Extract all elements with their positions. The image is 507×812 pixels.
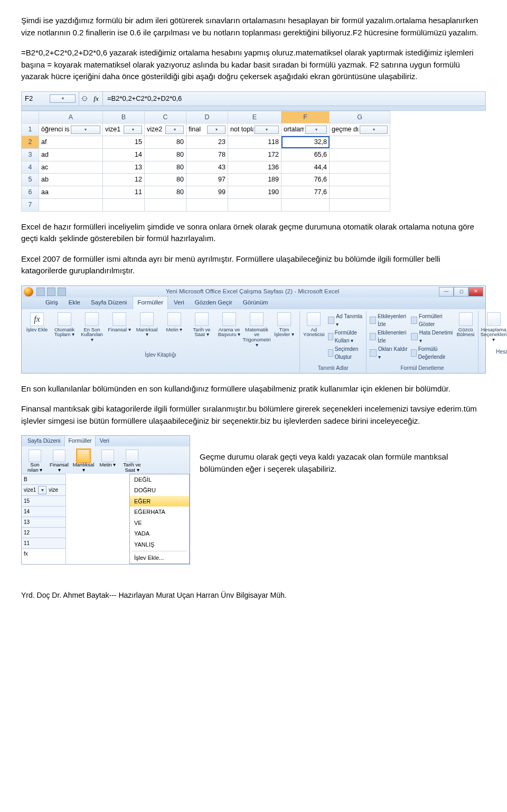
cell[interactable]: 99 [186, 186, 228, 199]
cell[interactable]: 23 [186, 136, 228, 149]
ribbon-button[interactable]: En Son Kullanılan ▾ [80, 312, 104, 348]
name-box-dropdown-icon[interactable]: ▾ [50, 94, 76, 103]
ribbon-small-button[interactable]: Okları Kaldır ▾ [370, 345, 407, 361]
row-header[interactable]: 2 [22, 136, 39, 149]
cell[interactable]: 80 [145, 174, 186, 186]
cell[interactable] [228, 198, 281, 211]
cell[interactable]: 118 [228, 136, 281, 149]
row-header[interactable]: 7 [22, 198, 39, 211]
dropdown-item[interactable]: YANLIŞ [130, 539, 189, 550]
ribbon-button[interactable]: Otomatik Toplam ▾ [52, 312, 77, 348]
select-all-corner[interactable] [22, 111, 39, 123]
cell[interactable]: 15 [103, 136, 145, 149]
cell[interactable]: 12 [103, 174, 145, 186]
header-cell[interactable]: final▾ [186, 123, 228, 136]
cell[interactable]: 78 [186, 148, 228, 161]
cell[interactable] [330, 161, 390, 174]
ribbon-small-button[interactable]: Ad Tanımla ▾ [328, 312, 363, 328]
column-header[interactable]: B [103, 111, 145, 123]
cell[interactable] [39, 198, 103, 211]
column-header[interactable]: C [145, 111, 186, 123]
row-header[interactable]: 1 [22, 123, 39, 136]
header-cell[interactable]: ortalama▾ [281, 123, 330, 136]
calculation-options-button[interactable]: Hesaplama Seçenekleri ▾ [482, 312, 506, 345]
ribbon-tab[interactable]: Görünüm [238, 296, 273, 309]
row-header[interactable]: 4 [22, 161, 39, 174]
header-cell[interactable]: öğrenci ismi▾ [39, 123, 103, 136]
menu-category-button[interactable]: Mantıksal ▾ [73, 450, 93, 473]
cell[interactable]: 136 [228, 161, 281, 174]
header-cell[interactable]: not toplam▾ [228, 123, 281, 136]
filter-dropdown-icon[interactable]: ▾ [305, 126, 327, 134]
ribbon-tab[interactable]: Formüller [133, 296, 168, 309]
name-manager-button[interactable]: Ad Yöneticisi [303, 312, 325, 361]
cell[interactable]: 44,4 [281, 161, 330, 174]
filter-dropdown-icon[interactable]: ▾ [38, 486, 46, 494]
filter-dropdown-icon[interactable]: ▾ [360, 126, 388, 134]
ribbon-button[interactable]: fxİşlev Ekle [25, 312, 49, 348]
cell[interactable]: 32,8 [281, 136, 330, 149]
menu-tab[interactable]: Sayfa Düzeni [24, 435, 64, 446]
cell[interactable] [103, 198, 145, 211]
cell[interactable] [281, 198, 330, 211]
spreadsheet-grid[interactable]: ABCDEFG1öğrenci ismi▾vize1▾vize2▾final▾n… [21, 111, 390, 212]
ribbon-button[interactable]: Metin ▾ [162, 312, 186, 348]
formula-bar-value[interactable]: =B2*0,2+C2*0,2+D2*0,6 [103, 93, 485, 104]
column-header[interactable]: E [228, 111, 281, 123]
dropdown-item[interactable]: VE [130, 518, 189, 529]
ribbon-tab[interactable]: Ekle [64, 296, 85, 309]
column-header[interactable]: D [186, 111, 228, 123]
cell[interactable]: af [39, 136, 103, 149]
ribbon-small-button[interactable]: Formülde Kullan ▾ [328, 329, 363, 345]
cell[interactable]: 189 [228, 174, 281, 186]
column-header[interactable]: F [281, 111, 330, 123]
row-header[interactable]: 5 [22, 174, 39, 186]
column-header[interactable]: A [39, 111, 103, 123]
cell[interactable] [330, 198, 390, 211]
cell[interactable]: 11 [103, 186, 145, 199]
maximize-button[interactable]: ◻ [454, 287, 468, 297]
ribbon-small-button[interactable]: Seçimden Oluştur [328, 345, 363, 361]
cell[interactable]: 43 [186, 161, 228, 174]
fx-icon[interactable]: fx [90, 92, 103, 106]
cell[interactable]: 13 [103, 161, 145, 174]
ribbon-tab[interactable]: Gözden Geçir [190, 296, 237, 309]
logical-dropdown-menu[interactable]: DEĞİLDOĞRUEĞEREĞERHATAVEYADAYANLIŞİşlev … [129, 474, 190, 564]
qat-icon[interactable] [47, 288, 55, 296]
ribbon-tab[interactable]: Giriş [41, 296, 63, 309]
cell[interactable]: 97 [186, 174, 228, 186]
name-box[interactable]: F2 ▾ [22, 92, 79, 106]
cell[interactable]: 190 [228, 186, 281, 199]
office-orb-icon[interactable] [24, 287, 33, 297]
cell[interactable]: ac [39, 161, 103, 174]
watch-window-button[interactable]: Gözcü Bölmesi [456, 312, 474, 361]
cell[interactable]: 14 [103, 148, 145, 161]
menu-tab[interactable]: Formüller [64, 435, 95, 447]
cell[interactable]: 80 [145, 136, 186, 149]
menu-category-button[interactable]: Son nılan ▾ [25, 450, 45, 473]
ribbon-button[interactable]: Mantıksal ▾ [135, 312, 159, 348]
close-button[interactable]: ✕ [468, 287, 483, 297]
cell[interactable] [330, 148, 390, 161]
menu-category-button[interactable]: Finansal ▾ [49, 450, 69, 473]
filter-dropdown-icon[interactable]: ▾ [165, 126, 184, 134]
row-header[interactable]: 3 [22, 148, 39, 161]
cell[interactable] [145, 198, 186, 211]
ribbon-small-button[interactable]: Etkileyenleri İzle [370, 312, 407, 328]
ribbon-tab[interactable]: Veri [169, 296, 189, 309]
cell[interactable]: ab [39, 174, 103, 186]
cell[interactable]: aa [39, 186, 103, 199]
row-header[interactable]: 6 [22, 186, 39, 199]
menu-category-button[interactable]: Tarih ve Saat ▾ [122, 450, 142, 473]
filter-dropdown-icon[interactable]: ▾ [124, 126, 142, 134]
menu-category-button[interactable]: Metin ▾ [98, 450, 118, 473]
header-cell[interactable]: geçme durum▾ [330, 123, 390, 136]
header-cell[interactable]: vize1▾ [103, 123, 145, 136]
filter-dropdown-icon[interactable]: ▾ [71, 126, 100, 134]
cell[interactable]: 80 [145, 186, 186, 199]
ribbon-small-button[interactable]: Formülü Değerlendir [411, 345, 453, 361]
ribbon-small-button[interactable]: Etkilenenleri İzle [370, 329, 407, 345]
cell[interactable] [330, 174, 390, 186]
cell[interactable]: ad [39, 148, 103, 161]
ribbon-button[interactable]: Finansal ▾ [107, 312, 132, 348]
